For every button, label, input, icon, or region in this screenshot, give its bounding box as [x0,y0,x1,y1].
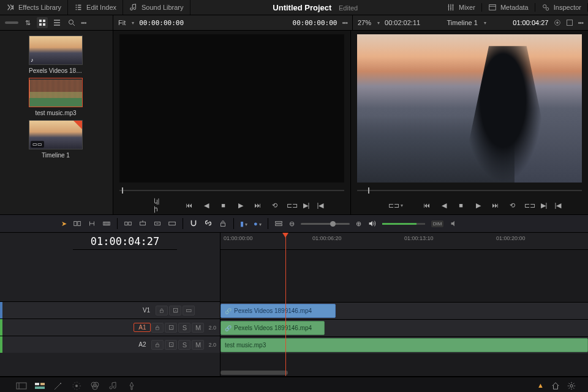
in-point-button[interactable]: ▶| [540,201,548,209]
list-view-button[interactable] [51,17,62,28]
solo-button[interactable]: S [178,323,190,333]
track-head-a2[interactable]: A2 ⊡ S M 2.0 [0,336,220,353]
link-button[interactable] [204,219,213,228]
auto-select-icon[interactable]: ⊡ [165,323,177,333]
track-head-a1[interactable]: A1 ⊡ S M 2.0 [0,318,220,336]
program-frame[interactable] [357,34,582,183]
mute-button[interactable]: M [192,323,204,333]
media-clip-audio[interactable]: test music.mp3 [29,78,84,116]
media-page-button[interactable] [12,382,31,391]
src-zoom-fit[interactable]: Fit [118,19,126,26]
auto-select-icon[interactable]: ⊡ [165,340,177,350]
track-label[interactable]: A2 [134,341,151,348]
mute-button[interactable] [450,219,458,228]
timeline-tracks[interactable]: 01:00:00:00 01:00:06:20 01:00:13:10 01:0… [221,233,588,376]
src-options-button[interactable]: ••• [342,19,347,26]
out-point-button[interactable]: |◀ [317,201,325,209]
mute-button[interactable]: M [192,340,204,350]
step-fwd-button[interactable]: ⏭ [254,201,262,209]
metadata-tab[interactable]: Metadata [482,3,535,12]
zoom-slider[interactable] [301,223,350,225]
fairlight-page-button[interactable] [104,381,123,392]
sort-button[interactable]: ⇅ [22,17,33,28]
single-viewer-button[interactable] [567,20,573,26]
src-tc-in[interactable]: 00:00:00:00 [139,19,184,27]
timeline-scrollbar[interactable] [221,371,288,375]
selection-tool[interactable]: ➤ [61,220,67,228]
step-back-button[interactable]: ◀ [202,201,211,209]
clip-v1[interactable]: 🔗 Pexels Videos 1899146.mp4 [221,304,336,318]
lock-icon[interactable] [151,323,164,333]
lock-icon[interactable] [151,340,164,350]
prog-options-button[interactable]: ••• [578,19,583,26]
media-options-button[interactable]: ••• [81,19,86,26]
fusion-page-button[interactable] [67,381,86,392]
trim-tool[interactable] [73,219,81,228]
overwrite-clip-button[interactable] [138,219,147,228]
track-a2[interactable]: test music.mp3 [221,336,588,353]
play-button[interactable]: ▶ [236,201,245,209]
edit-page-button[interactable] [49,381,67,392]
track-head-v1[interactable]: V1 ⊡ ▭ [0,301,220,318]
playhead[interactable] [285,233,286,376]
inspector-tab[interactable]: Inspector [535,3,588,12]
stop-button[interactable]: ■ [219,201,228,209]
track-a1[interactable]: 🔗 Pexels Videos 1899146.mp4 [221,319,588,336]
home-button[interactable] [551,382,560,391]
sound-library-tab[interactable]: Sound Library [123,0,190,15]
step-fwd-button[interactable]: ⏭ [491,201,500,209]
zoom-out-button[interactable]: ⊖ [289,220,295,228]
grid-view-button[interactable] [37,17,48,28]
audio-scrub-icon[interactable]: կ|ի [154,201,162,209]
auto-select-icon[interactable]: ⊡ [169,306,181,315]
play-button[interactable]: ▶ [474,201,483,209]
in-point-button[interactable]: ▶| [303,201,311,209]
track-v1[interactable]: 🔗 Pexels Videos 1899146.mp4 [221,302,588,319]
lock-button[interactable] [219,219,227,228]
match-frame-button[interactable]: ⊏⊐ [288,201,296,209]
blade-tool[interactable] [102,219,111,228]
timeline-view-options[interactable] [274,219,283,228]
timeline-selector[interactable]: Timeline 1 [447,19,478,26]
clip-a2[interactable]: test music.mp3 [221,338,588,352]
color-page-button[interactable] [86,381,104,392]
timeline-ruler[interactable]: 01:00:00:00 01:00:06:20 01:00:13:10 01:0… [221,233,588,250]
warning-icon[interactable]: ▲ [537,382,544,391]
media-pool[interactable]: ♪ Pexels Videos 18991... test music.mp3 … [0,31,113,214]
loop-button[interactable]: ⟲ [271,201,279,209]
mixer-tab[interactable]: Mixer [440,3,482,12]
lock-icon[interactable] [156,306,168,315]
deliver-page-button[interactable] [123,381,141,392]
track-label[interactable]: V1 [138,307,155,314]
first-frame-button[interactable]: ⏮ [423,201,431,209]
marker-button[interactable]: ●▾ [254,220,262,227]
stop-button[interactable]: ■ [457,201,466,209]
dynamic-trim-tool[interactable] [88,219,96,228]
insert-clip-button[interactable] [124,219,132,228]
fit-to-fill-button[interactable] [168,219,176,228]
clip-a1[interactable]: 🔗 Pexels Videos 1899146.mp4 [221,321,325,335]
step-back-button[interactable]: ◀ [440,201,448,209]
source-jog[interactable] [119,185,344,196]
frame-icon[interactable]: ▭ [183,306,195,315]
first-frame-button[interactable]: ⏮ [185,201,194,209]
source-frame[interactable] [119,34,344,183]
replace-clip-button[interactable] [153,219,162,228]
loop-mode-button[interactable]: ⊏⊐▾ [391,201,400,209]
solo-button[interactable]: S [178,340,190,350]
effects-library-tab[interactable]: Effects Library [0,0,68,15]
media-clip-timeline[interactable]: ▭▭ Timeline 1 [29,120,84,159]
snap-button[interactable] [189,219,198,228]
dim-button[interactable]: DIM [431,221,444,227]
thumb-zoom-slider[interactable] [5,21,18,24]
cut-page-button[interactable] [31,382,49,391]
settings-button[interactable] [567,382,576,391]
prog-zoom-pct[interactable]: 27% [358,19,371,26]
timeline-timecode[interactable]: 01:00:04:27 [73,233,177,250]
loop-button[interactable]: ⟲ [508,201,517,209]
flag-button[interactable]: ▮▾ [240,220,247,228]
match-frame-button[interactable]: ⊏⊐ [526,201,534,209]
track-label[interactable]: A1 [134,323,151,332]
volume-slider[interactable] [382,223,425,225]
zoom-in-button[interactable]: ⊕ [356,220,361,228]
